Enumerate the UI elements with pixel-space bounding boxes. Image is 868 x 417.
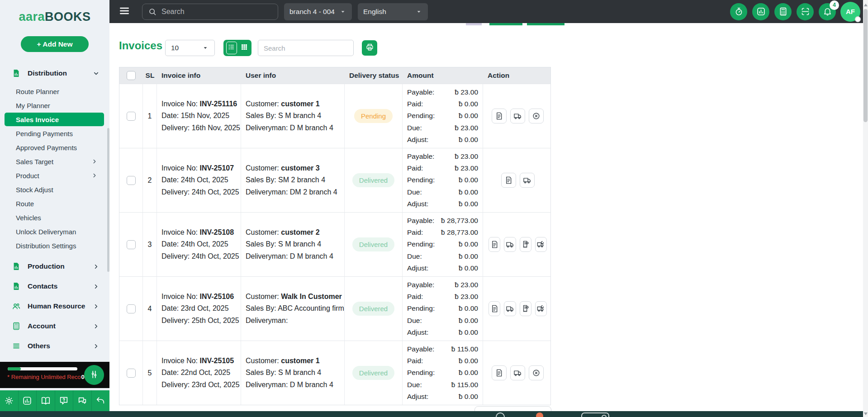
invoice-action-button[interactable] xyxy=(489,237,500,252)
scan-button[interactable] xyxy=(797,3,814,20)
row-checkbox[interactable] xyxy=(127,304,136,313)
amount-value: ƀ 0.00 xyxy=(459,262,478,274)
sidebar-nav: DistributionRoute PlannerMy PlannerSales… xyxy=(0,63,109,356)
bar-chart-button[interactable] xyxy=(752,3,769,20)
sidebar-item-sales-invoice[interactable]: Sales Invoice xyxy=(5,113,104,126)
amount-label: Due: xyxy=(407,315,422,327)
book-button[interactable] xyxy=(37,390,55,411)
sidebar-section-contacts[interactable]: Contacts xyxy=(0,276,109,296)
user-avatar[interactable]: AF xyxy=(840,2,860,22)
calculator-button[interactable] xyxy=(774,3,792,20)
amount-label: Payable: xyxy=(407,343,434,355)
avatar-status-dot xyxy=(855,16,861,22)
delivery-truck-action-button[interactable] xyxy=(504,237,516,252)
row-checkbox-cell xyxy=(119,277,143,341)
amount-label: Pending: xyxy=(407,303,435,314)
amount-value: ƀ 0.00 xyxy=(459,134,478,146)
amount-value: ƀ 23.00 xyxy=(455,86,478,98)
printer-icon xyxy=(365,43,374,52)
sidebar-section-distribution[interactable]: Distribution xyxy=(0,63,109,83)
status-badge: Delivered xyxy=(352,173,394,187)
chat-icon xyxy=(77,396,87,406)
sidebar-scrollbar-thumb[interactable] xyxy=(107,128,109,272)
invoice-action-button[interactable] xyxy=(492,109,507,123)
receipt-action-button[interactable] xyxy=(520,301,531,316)
cancel-action-button[interactable] xyxy=(529,365,544,380)
sidebar-item-route[interactable]: Route xyxy=(5,197,104,210)
row-sl-cell: 1 xyxy=(143,84,157,148)
collection-action-button[interactable] xyxy=(535,237,547,252)
timer-button[interactable] xyxy=(730,3,747,20)
delivery-status-cell: Pending xyxy=(345,84,403,148)
status-badge: Delivered xyxy=(352,366,394,380)
chat-button[interactable] xyxy=(73,390,91,411)
chevron-down-icon xyxy=(93,70,100,77)
scroll-down-arrow[interactable] xyxy=(864,412,868,415)
sidebar-item-stock-adjust[interactable]: Stock Adjust xyxy=(5,183,104,196)
usage-progressbar xyxy=(8,367,77,370)
branch-select[interactable]: branch 4 - 004 xyxy=(284,3,352,20)
notification-button[interactable]: 4 xyxy=(819,3,836,20)
sidebar-item-product[interactable]: Product xyxy=(5,169,104,182)
print-export-button[interactable] xyxy=(362,40,377,56)
caret-down-icon xyxy=(415,8,422,15)
sidebar-item-sales-target[interactable]: Sales Target xyxy=(5,155,104,168)
row-checkbox[interactable] xyxy=(127,240,136,249)
scroll-up-arrow[interactable] xyxy=(864,4,868,6)
sidebar-item-route-planner[interactable]: Route Planner xyxy=(5,85,104,98)
add-new-button[interactable]: + Add New xyxy=(21,36,89,52)
collection-action-button[interactable] xyxy=(535,301,547,316)
sidebar-item-pending-payments[interactable]: Pending Payments xyxy=(5,127,104,140)
delivery-truck-action-button[interactable] xyxy=(510,365,525,380)
delivery-truck-action-button[interactable] xyxy=(520,173,535,188)
language-select[interactable]: English xyxy=(358,3,428,20)
support-button[interactable] xyxy=(84,365,104,385)
row-checkbox[interactable] xyxy=(127,112,136,121)
invoice-action-button[interactable] xyxy=(492,365,507,380)
invoice-delivery-date: Delivery: 25th Oct, 2025 xyxy=(161,315,236,327)
sidebar-item-label: Sales Invoice xyxy=(16,116,59,123)
row-sl-cell: 4 xyxy=(143,277,157,341)
status-badge: Pending xyxy=(354,109,393,123)
partial-control-box xyxy=(581,412,609,417)
delivery-truck-action-button[interactable] xyxy=(504,301,516,316)
sidebar-section-account[interactable]: Account xyxy=(0,316,109,336)
page-scrollbar[interactable] xyxy=(863,0,868,417)
sidebar-item-distribution-settings[interactable]: Distribution Settings xyxy=(5,239,104,252)
app-logo: aaraBOOKS xyxy=(0,10,109,24)
sidebar-section-human-resource[interactable]: Human Resource xyxy=(0,296,109,316)
chevron-right-icon xyxy=(93,343,100,350)
row-checkbox-cell xyxy=(119,341,143,405)
scrolled-content-remnant xyxy=(466,23,482,25)
grid-view-button[interactable] xyxy=(239,42,249,54)
global-search-input[interactable] xyxy=(161,8,272,16)
row-checkbox[interactable] xyxy=(127,369,136,378)
sidebar-item-vehicles[interactable]: Vehicles xyxy=(5,211,104,224)
sidebar-section-production[interactable]: Production xyxy=(0,256,109,276)
invoice-action-button[interactable] xyxy=(501,173,516,188)
sidebar-item-my-planner[interactable]: My Planner xyxy=(5,99,104,112)
table-search-input[interactable] xyxy=(258,40,354,56)
invoice-delivery-date: Delivery: 23rd Oct, 2025 xyxy=(161,379,236,391)
receipt-action-button[interactable] xyxy=(520,237,531,252)
sidebar-item-approved-payments[interactable]: Approved Payments xyxy=(5,141,104,154)
cancel-action-button[interactable] xyxy=(529,109,544,123)
invoice-action-button[interactable] xyxy=(489,301,500,316)
help-button[interactable] xyxy=(55,390,73,411)
page-size-select[interactable]: 10 xyxy=(165,40,215,56)
chevron-right-icon xyxy=(91,172,98,179)
bar-chart-button[interactable] xyxy=(19,390,37,411)
amount-label: Adjust: xyxy=(407,198,428,210)
select-all-checkbox[interactable] xyxy=(127,71,136,80)
sidebar-item-unlock-deliveryman[interactable]: Unlock Deliveryman xyxy=(5,225,104,238)
list-view-button[interactable] xyxy=(226,42,237,54)
undo-button[interactable] xyxy=(92,390,110,411)
sidebar-toggle-button[interactable] xyxy=(119,5,130,18)
scrollbar-thumb[interactable] xyxy=(863,9,868,122)
row-checkbox[interactable] xyxy=(127,176,136,185)
delivery-truck-action-button[interactable] xyxy=(510,109,525,123)
amount-value: ƀ 23.00 xyxy=(455,151,478,162)
sidebar-section-others[interactable]: Others xyxy=(0,336,109,356)
row-checkbox-cell xyxy=(119,84,143,148)
gear-button[interactable] xyxy=(0,390,18,411)
